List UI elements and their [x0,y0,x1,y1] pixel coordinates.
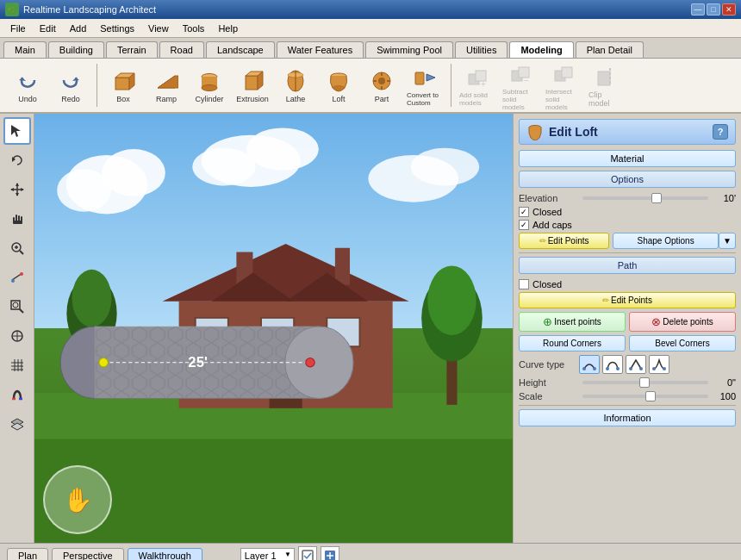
addcaps-checkbox[interactable] [519,220,529,230]
svg-marker-68 [11,423,23,430]
tab-terrain[interactable]: Terrain [106,41,158,58]
cylinder-icon [196,67,223,95]
svg-point-55 [13,302,18,308]
menu-settings[interactable]: Settings [93,22,141,35]
insert-delete-row: ⊕ Insert points ⊗ Delete points [519,312,736,332]
tab-landscape[interactable]: Landscape [206,41,275,58]
reposition-tool[interactable] [3,176,31,203]
help-button[interactable]: ? [713,124,728,140]
convert-button[interactable]: Convert to Custom [404,60,445,110]
tab-main[interactable]: Main [3,41,47,58]
path-closed-label: Closed [532,279,562,289]
hand-tool[interactable] [3,205,31,233]
cylinder-button[interactable]: Cylinder [189,64,230,107]
svg-rect-2 [115,78,129,90]
svg-line-54 [20,309,23,313]
measure-tool[interactable] [3,264,31,291]
nav-widget[interactable]: ✋ [43,465,112,534]
magnet-tool[interactable] [3,381,31,408]
edit-shape-row: ✏ Edit Points Shape Options ▼ [519,233,736,249]
curve-icon-4[interactable] [649,355,669,374]
information-button[interactable]: Information [519,409,736,426]
menu-add[interactable]: Add [63,22,94,35]
round-corners-button[interactable]: Round Corners [519,335,626,352]
view-tab-plan[interactable]: Plan [7,548,48,561]
shape-options-wrap: Shape Options ▼ [613,233,736,249]
pan-tool[interactable] [3,322,31,350]
extrusion-button[interactable]: Extrusion [232,64,273,107]
ramp-icon [153,67,180,95]
shape-options-dropdown[interactable]: ▼ [719,233,736,249]
curve-icon-3[interactable] [626,355,646,374]
menu-help[interactable]: Help [211,22,245,35]
closed-checkbox[interactable] [519,207,529,217]
tab-utilities[interactable]: Utilities [455,41,507,58]
loft-button[interactable]: Loft [318,64,359,107]
menu-edit[interactable]: Edit [33,22,63,35]
menu-tools[interactable]: Tools [176,22,212,35]
path-closed-checkbox[interactable] [519,279,529,289]
height-slider[interactable] [582,381,708,384]
lathe-icon [282,67,309,95]
intersect-solid-icon [550,60,577,88]
scale-thumb[interactable] [645,391,656,401]
delete-points-button[interactable]: ⊗ Delete points [629,312,736,332]
sky [34,114,513,350]
tab-modeling[interactable]: Modeling [509,41,573,58]
part-button[interactable]: Part [361,64,402,107]
grid-tool[interactable] [3,352,31,379]
zoom-tool[interactable] [3,234,31,262]
shape-options-button[interactable]: Shape Options [613,233,719,249]
save-view-button[interactable] [298,546,317,561]
tab-building[interactable]: Building [48,41,104,58]
window-controls: — □ ✕ [691,3,736,16]
viewport[interactable]: 25' ✋ [34,114,513,543]
tab-plan-detail[interactable]: Plan Detail [576,41,644,58]
svg-point-114 [663,367,666,370]
elevation-slider[interactable] [582,196,708,200]
redo-label: Redo [61,95,80,103]
zoom-region-tool[interactable] [3,293,31,320]
curve-icon-2[interactable] [602,355,623,374]
svg-rect-41 [16,215,17,221]
view-tab-perspective[interactable]: Perspective [52,548,123,561]
insert-points-button[interactable]: ⊕ Insert points [519,312,626,332]
redo-button[interactable]: Redo [50,64,91,107]
path-edit-points-button[interactable]: ✏ Edit Points [519,292,736,308]
divider2 [519,405,736,406]
maximize-button[interactable]: □ [707,3,720,16]
select-tool[interactable] [3,117,31,145]
menu-file[interactable]: File [3,22,33,35]
bevel-corners-button[interactable]: Bevel Corners [629,335,736,352]
material-button[interactable]: Material [519,150,736,167]
undo-button[interactable]: Undo [7,64,48,107]
lathe-button[interactable]: Lathe [275,64,316,107]
svg-point-9 [202,85,217,91]
scale-row: Scale 100 [519,391,736,401]
divider1 [519,252,736,253]
box-button[interactable]: Box [103,64,144,107]
layers-tool[interactable] [3,410,31,438]
elevation-row: Elevation 10' [519,193,736,203]
svg-point-112 [639,367,643,370]
scale-slider[interactable] [582,395,708,398]
layer-select[interactable]: Layer 1 [240,548,295,561]
tab-swimming[interactable]: Swimming Pool [365,41,453,58]
menu-view[interactable]: View [141,22,176,35]
minimize-button[interactable]: — [691,3,705,16]
tab-water[interactable]: Water Features [277,41,364,58]
path-section: Path [519,257,736,274]
height-thumb[interactable] [639,377,650,388]
curve-icon-1[interactable] [579,355,600,374]
svg-point-111 [629,367,632,370]
ramp-button[interactable]: Ramp [146,64,187,107]
view-tab-walkthrough[interactable]: Walkthrough [128,548,202,561]
close-button[interactable]: ✕ [722,3,736,16]
elevation-thumb[interactable] [651,193,662,203]
add-view-button[interactable] [321,546,339,561]
cylinder-label: Cylinder [195,95,223,103]
tab-road[interactable]: Road [159,41,204,58]
edit-points-button[interactable]: ✏ Edit Points [519,233,609,249]
rotate-tool[interactable] [3,146,31,174]
svg-rect-21 [415,72,424,84]
